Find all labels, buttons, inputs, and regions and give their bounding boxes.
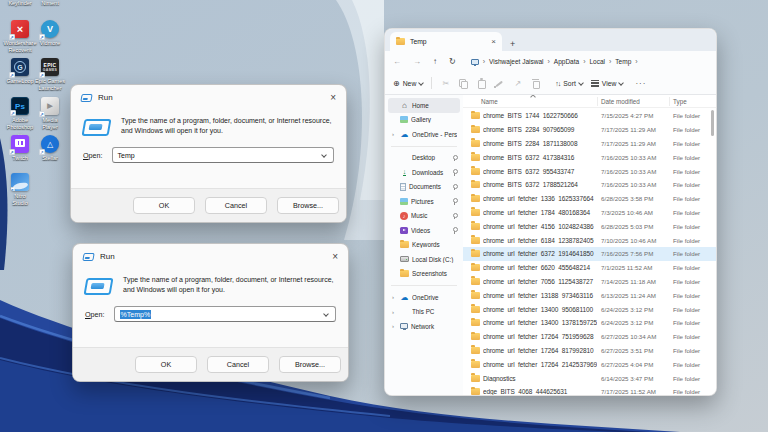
sidebar-item-keywords[interactable]: Keywords (388, 238, 460, 253)
desktop-icon-epic-games[interactable]: EPICGAMESEpic GamesLauncher (34, 58, 66, 91)
file-row[interactable]: chrome_BITS_6372_9554337477/16/2025 10:3… (463, 164, 716, 178)
new-tab-button[interactable]: + (510, 39, 515, 49)
sidebar-item-local-disk-c[interactable]: Local Disk (C:) (388, 252, 460, 267)
explorer-tab-temp[interactable]: Temp × (390, 32, 502, 51)
file-row[interactable]: chrome_url_fetcher_7056_11254387277/14/2… (463, 275, 716, 289)
sidebar-item-onedrive-persona[interactable]: ›OneDrive - Persona (388, 127, 460, 142)
file-row[interactable]: chrome_url_fetcher_6372_19146418507/16/2… (463, 247, 716, 261)
copy-button[interactable] (458, 78, 469, 89)
file-row[interactable]: chrome_url_fetcher_17264_7519596286/27/2… (463, 330, 716, 344)
explorer-titlebar[interactable]: Temp × + (385, 29, 716, 51)
sidebar-item-videos[interactable]: Videos (388, 223, 460, 238)
folder-icon (400, 241, 409, 248)
sidebar-item-label: Downloads (412, 169, 448, 176)
cancel-button[interactable]: Cancel (207, 356, 269, 373)
desktop-icon-keyfinder[interactable]: Keyfinder (4, 0, 36, 7)
desktop-icon-vidmore[interactable]: VVidmore (34, 20, 66, 47)
file-row[interactable]: chrome_url_fetcher_17264_8179928106/27/2… (463, 344, 716, 358)
sidebar-item-this-pc[interactable]: ›This PC (388, 305, 460, 320)
shortcut-arrow-icon (9, 34, 15, 40)
breadcrumb-item[interactable]: Local (589, 58, 605, 65)
run-dialog-titlebar[interactable]: Run × (71, 85, 346, 110)
desktop-icon-label: Keyfinder (8, 0, 31, 7)
file-row[interactable]: chrome_url_fetcher_13400_13781597256/24/… (463, 316, 716, 330)
file-row[interactable]: Diagnostics6/14/2025 3:47 PMFile folder (463, 371, 716, 385)
file-type: File folder (673, 112, 715, 119)
file-row[interactable]: chrome_url_fetcher_13188_9734631166/13/2… (463, 288, 716, 302)
file-row[interactable]: chrome_url_fetcher_4156_10248243866/28/2… (463, 219, 716, 233)
share-button[interactable]: ↗ (512, 78, 523, 89)
sidebar-item-pictures[interactable]: Pictures (388, 194, 460, 209)
back-button[interactable]: ← (393, 58, 401, 66)
forward-button[interactable]: → (413, 58, 421, 66)
open-combobox[interactable]: %Temp% (114, 306, 336, 322)
column-header-type[interactable]: Type (673, 98, 687, 105)
epic-games-icon: EPICGAMES (41, 58, 59, 76)
desktop-icon-stellar[interactable]: △Stellar (34, 135, 66, 162)
sidebar-item-downloads[interactable]: Downloads (388, 165, 460, 180)
file-row[interactable]: chrome_url_fetcher_6184_12387824057/10/2… (463, 233, 716, 247)
ok-button[interactable]: OK (133, 197, 195, 214)
desktop-icon-studio[interactable]: NitroStudio (4, 173, 36, 206)
sidebar-item-home[interactable]: Home (388, 98, 460, 113)
studio-icon (11, 173, 29, 191)
file-row[interactable]: chrome_url_fetcher_1784_4801683647/3/202… (463, 206, 716, 220)
close-icon[interactable]: × (330, 93, 336, 103)
paste-button[interactable] (476, 78, 487, 89)
up-button[interactable]: ↑ (433, 58, 437, 66)
sort-button[interactable]: ↑↓ Sort (555, 80, 582, 87)
sidebar-item-music[interactable]: Music (388, 209, 460, 224)
file-row[interactable]: chrome_url_fetcher_13400_9506811006/24/2… (463, 302, 716, 316)
file-date-modified: 6/28/2025 3:58 PM (601, 195, 671, 202)
tab-close-icon[interactable]: × (491, 37, 496, 46)
new-button[interactable]: ⊕ New (393, 79, 423, 88)
cancel-button[interactable]: Cancel (205, 197, 267, 214)
view-button[interactable]: View (591, 80, 624, 87)
file-row[interactable]: chrome_url_fetcher_1336_16253376646/28/2… (463, 192, 716, 206)
delete-button[interactable] (530, 78, 541, 89)
open-label: Open: (85, 310, 105, 319)
file-row[interactable]: chrome_BITS_2284_9079650997/17/2025 11:2… (463, 123, 716, 137)
cut-button[interactable]: ✂ (440, 78, 451, 89)
sidebar-item-desktop[interactable]: Desktop (388, 151, 460, 166)
sidebar-item-onedrive[interactable]: ›OneDrive (388, 290, 460, 305)
more-options-button[interactable]: ··· (635, 79, 646, 88)
sidebar-divider (391, 146, 457, 147)
open-combobox[interactable]: Temp (112, 147, 334, 163)
desktop-icon-recoverit[interactable]: ×WondershareRecoverit (4, 20, 36, 53)
sidebar-item-screenshots[interactable]: Screenshots (388, 267, 460, 282)
file-row[interactable]: chrome_url_fetcher_17264_21425379696/27/… (463, 357, 716, 371)
scrollbar-thumb[interactable] (711, 110, 714, 136)
file-row[interactable]: chrome_url_fetcher_6620_4556482147/1/202… (463, 261, 716, 275)
file-row[interactable]: chrome_BITS_1744_16227506667/15/2025 4:2… (463, 109, 716, 123)
desktop-icon-niment[interactable]: Niment (34, 0, 66, 7)
column-header-name[interactable]: Name (481, 98, 498, 105)
close-icon[interactable]: × (332, 252, 338, 262)
file-row[interactable]: edge_BITS_4068_4446256317/17/2025 11:52 … (463, 385, 716, 395)
desktop-icon-photoshop[interactable]: PsAdobePhotoshop ... (4, 97, 36, 137)
browse-button[interactable]: Browse... (277, 197, 339, 214)
file-row[interactable]: chrome_BITS_6372_4173843167/16/2025 10:3… (463, 150, 716, 164)
file-row[interactable]: chrome_BITS_6372_17885212647/16/2025 10:… (463, 178, 716, 192)
chevron-down-icon (418, 80, 424, 86)
breadcrumb-item[interactable]: Vishwajeet Jaiswal (489, 58, 543, 65)
desktop-icon-gameloop[interactable]: GGameLoop (4, 58, 36, 85)
desktop-icon-twitch[interactable]: Twitch (4, 135, 36, 162)
media-player-icon: ▶ (41, 97, 59, 115)
sidebar-item-documents[interactable]: Documents (388, 180, 460, 195)
ok-button[interactable]: OK (135, 356, 197, 373)
file-row[interactable]: chrome_BITS_2284_18711380087/17/2025 11:… (463, 137, 716, 151)
chevron-down-icon (578, 80, 584, 86)
sidebar-item-network[interactable]: ›Network (388, 319, 460, 334)
rename-button[interactable] (494, 78, 505, 89)
sidebar-item-label: Home (412, 102, 457, 109)
run-dialog-2: Run × Type the name of a program, folder… (72, 243, 349, 382)
refresh-button[interactable]: ↻ (449, 58, 456, 66)
breadcrumb-item[interactable]: Temp (615, 58, 631, 65)
sidebar-item-gallery[interactable]: Gallery (388, 113, 460, 128)
column-header-date-modified[interactable]: Date modified (601, 98, 640, 105)
browse-button[interactable]: Browse... (279, 356, 341, 373)
breadcrumb-item[interactable]: AppData (554, 58, 579, 65)
desktop-icon-media-player[interactable]: ▶Media Player (34, 97, 66, 130)
run-dialog-titlebar[interactable]: Run × (73, 244, 348, 269)
